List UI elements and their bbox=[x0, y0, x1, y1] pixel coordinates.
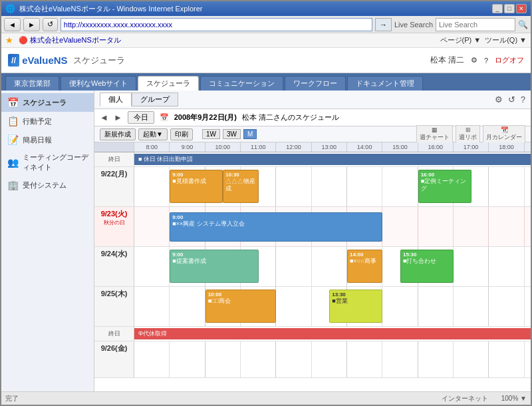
cal-tab-personal[interactable]: 個人 bbox=[100, 93, 132, 106]
cal-date-nav: ◄ ► 今日 📅 2008年9月22日(月) 松本 清二さんのスケジュール bbox=[94, 109, 531, 126]
time-hdr-11: 11:00 bbox=[241, 142, 276, 152]
day-label-926: 9/26(金) bbox=[101, 343, 128, 353]
time-hdr-10: 10:00 bbox=[205, 142, 241, 152]
event-mitsumori-922[interactable]: 9:00 ■見積書作成 bbox=[170, 170, 223, 203]
event-shoji-924[interactable]: 14:00 ■×○○商事 bbox=[347, 250, 382, 283]
monthly-calendar-icon: 📆 bbox=[501, 126, 508, 133]
page-menu-button[interactable]: ページ(P) ▼ bbox=[440, 35, 481, 45]
sidebar-item-scheduler[interactable]: 📅 スケジューラ bbox=[1, 93, 94, 112]
cal-settings-icon[interactable]: ⚙ bbox=[495, 95, 503, 104]
event-uchi-924[interactable]: 15:30 ■打ち合わせ bbox=[400, 250, 454, 283]
back-button[interactable]: ◄ bbox=[4, 18, 21, 31]
day-row-923: 9/23(火) 秋分の日 bbox=[94, 207, 531, 247]
all-day-label: 終日 bbox=[94, 152, 134, 166]
weekly-report-button[interactable]: ⊞ 週リポ bbox=[456, 125, 480, 143]
maximize-button[interactable]: □ bbox=[504, 4, 515, 13]
logo-sub: スケジューラ bbox=[73, 55, 125, 67]
weekly-report-icon: ⊞ bbox=[466, 126, 471, 133]
logout-button[interactable]: ログオフ bbox=[495, 55, 524, 65]
tab-workflow[interactable]: ワークフロー bbox=[285, 76, 346, 91]
help-icon[interactable]: ? bbox=[484, 57, 488, 65]
tab-websites[interactable]: 便利なWebサイト bbox=[61, 76, 136, 91]
sidebar-item-reception[interactable]: 🏢 受付システム bbox=[1, 176, 94, 194]
search-icon[interactable]: 🔍 bbox=[518, 20, 528, 29]
tab-document[interactable]: ドキュメント管理 bbox=[347, 76, 423, 91]
calendar-icon-small: 📅 bbox=[160, 113, 169, 122]
day-info-925: 9/25(木) bbox=[94, 287, 134, 326]
title-bar: 🌐 株式会社eValueNSポータル - Windows Internet Ex… bbox=[1, 1, 531, 16]
view-1w-button[interactable]: 1W bbox=[202, 129, 220, 139]
fav-portal-link[interactable]: 🔴 株式会社eValueNSポータル bbox=[19, 35, 121, 45]
time-hdr-16: 16:00 bbox=[418, 142, 454, 152]
holiday-bar-label: 終日 bbox=[94, 327, 134, 341]
time-grid: 8:00 9:00 10:00 11:00 12:00 13:00 14:00 … bbox=[94, 142, 531, 378]
sidebar: 📅 スケジューラ 📋 行動予定 📝 簡易日報 👥 ミーティングコーディネイト 🏢… bbox=[1, 91, 94, 391]
tab-scheduler[interactable]: スケジューラ bbox=[138, 76, 199, 91]
nav-bar: 東京営業部 便利なWebサイト スケジューラ コミュニケーション ワークフロー … bbox=[1, 73, 531, 91]
refresh-button[interactable]: ↺ bbox=[43, 18, 58, 31]
time-hdr-18: 18:00 bbox=[489, 142, 524, 152]
new-event-button[interactable]: 新規作成 bbox=[100, 128, 136, 140]
all-day-event-922[interactable]: ■ 休日 休日出勤申請 bbox=[134, 154, 531, 165]
user-schedule-label: 松本 清二さんのスケジュール bbox=[242, 112, 339, 122]
day-label-922: 9/22(月) bbox=[101, 169, 128, 179]
launch-button[interactable]: 起動▼ bbox=[138, 128, 168, 140]
day-info-926: 9/26(金) bbox=[94, 341, 134, 377]
monthly-calendar-button[interactable]: 📆 月カレンダー bbox=[483, 125, 525, 143]
logo-icon: // bbox=[8, 54, 19, 67]
next-date-button[interactable]: ► bbox=[114, 112, 122, 122]
all-day-row-922: 終日 ■ 休日 休日出勤申請 bbox=[94, 152, 531, 167]
live-search-input[interactable] bbox=[436, 18, 515, 31]
close-button[interactable]: ✕ bbox=[516, 4, 527, 13]
sidebar-item-action[interactable]: 📋 行動予定 bbox=[1, 112, 94, 130]
browser-toolbar: ◄ ► ↺ → Live Search 🔍 bbox=[1, 16, 531, 33]
cal-header: 個人 グループ ⚙ ↺ ? bbox=[94, 91, 531, 109]
event-eigyo-925[interactable]: 13:30 ■営業 bbox=[329, 290, 382, 323]
meeting-icon: 👥 bbox=[7, 156, 19, 168]
address-bar[interactable] bbox=[61, 18, 372, 31]
view-3w-button[interactable]: 3W bbox=[223, 129, 241, 139]
time-grid-wrapper[interactable]: 8:00 9:00 10:00 11:00 12:00 13:00 14:00 … bbox=[94, 142, 531, 391]
zoom-level: 100% ▼ bbox=[501, 395, 527, 402]
cal-tab-group[interactable]: グループ bbox=[132, 93, 178, 106]
day-label-924: 9/24(水) bbox=[101, 249, 128, 259]
event-sankaku-922[interactable]: 10:30 △△△物産成 bbox=[223, 170, 258, 203]
view-m-button[interactable]: M bbox=[243, 129, 257, 139]
time-hdr-17: 17:00 bbox=[454, 142, 489, 152]
minimize-button[interactable]: _ bbox=[492, 4, 503, 13]
favorites-bar: ★ 🔴 株式会社eValueNSポータル ページ(P) ▼ ツール(Q) ▼ bbox=[1, 33, 531, 48]
header-username: 松本 清二 bbox=[430, 55, 464, 66]
browser-title: 株式会社eValueNSポータル - Windows Internet Expl… bbox=[19, 4, 203, 14]
reception-icon: 🏢 bbox=[7, 179, 19, 191]
corner-cell bbox=[94, 142, 134, 152]
tab-tokyoeigyobu[interactable]: 東京営業部 bbox=[5, 76, 59, 91]
logo-text: eValueNS bbox=[22, 55, 67, 66]
day-events-923: 9:00 ■××興産 システム導入立会 bbox=[134, 207, 531, 246]
holiday-bar-row-926: 終日 Φ代休取得 bbox=[94, 327, 531, 341]
go-button[interactable]: → bbox=[375, 18, 392, 31]
event-kosan-923[interactable]: 9:00 ■××興産 システム導入立会 bbox=[170, 212, 382, 242]
event-teian-924[interactable]: 9:00 ■提案書作成 bbox=[170, 250, 258, 283]
settings-icon[interactable]: ⚙ bbox=[471, 56, 477, 65]
today-button[interactable]: 今日 bbox=[128, 111, 154, 124]
sidebar-item-meeting[interactable]: 👥 ミーティングコーディネイト bbox=[1, 149, 94, 176]
calendar-icon: 📅 bbox=[7, 97, 19, 108]
tools-menu-button[interactable]: ツール(Q) ▼ bbox=[485, 35, 527, 45]
print-button[interactable]: 印刷 bbox=[170, 128, 193, 140]
app-logo: // eValueNS スケジューラ bbox=[8, 54, 125, 67]
holiday-bar-926[interactable]: Φ代休取得 bbox=[134, 328, 531, 339]
browser-window: 🌐 株式会社eValueNSポータル - Windows Internet Ex… bbox=[0, 0, 532, 406]
cal-help-icon[interactable]: ? bbox=[521, 95, 525, 104]
star-icon: ★ bbox=[5, 35, 13, 45]
prev-date-button[interactable]: ◄ bbox=[100, 112, 108, 122]
main-area: 📅 スケジューラ 📋 行動予定 📝 簡易日報 👥 ミーティングコーディネイト 🏢… bbox=[1, 91, 531, 391]
forward-button[interactable]: ► bbox=[23, 18, 40, 31]
day-row-925: 9/25(木) bbox=[94, 287, 531, 327]
weekly-chart-button[interactable]: ▦ 週チャート bbox=[416, 125, 453, 143]
event-teirei-922[interactable]: 16:00 ■定例ミーティング bbox=[418, 170, 471, 203]
sidebar-item-diary[interactable]: 📝 簡易日報 bbox=[1, 130, 94, 149]
tab-communication[interactable]: コミュニケーション bbox=[200, 76, 283, 91]
cal-refresh-icon[interactable]: ↺ bbox=[508, 95, 515, 104]
calendar-area: 個人 グループ ⚙ ↺ ? ◄ ► 今日 📅 2008年9月22日(月) 松本 … bbox=[94, 91, 531, 391]
event-shokai-925[interactable]: 10:00 ■□□商会 bbox=[205, 290, 277, 323]
